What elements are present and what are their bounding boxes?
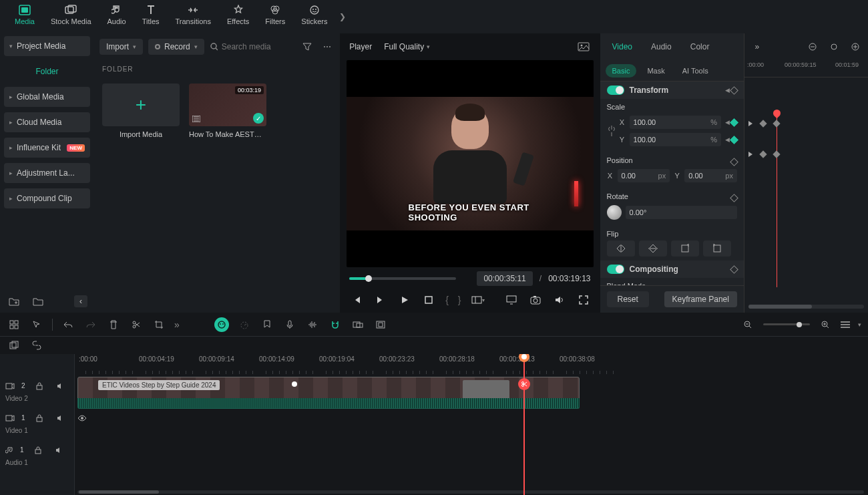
inspector-tab-video[interactable]: Video bbox=[606, 38, 639, 55]
keyframe-playhead[interactable] bbox=[777, 114, 777, 287]
nav-tab-media[interactable]: Media bbox=[7, 0, 43, 29]
more-icon[interactable]: ⋯ bbox=[320, 39, 335, 54]
zoom-in-button[interactable] bbox=[818, 317, 833, 332]
keyframe-marker[interactable] bbox=[759, 150, 767, 158]
timeline-scrollbar[interactable] bbox=[77, 490, 864, 494]
flip-horizontal-button[interactable] bbox=[607, 240, 635, 257]
keyframe-track[interactable] bbox=[744, 144, 868, 164]
track-header-audio1[interactable]: 1 Audio 1 bbox=[0, 438, 74, 470]
nav-tab-filters[interactable]: Filters bbox=[257, 0, 293, 29]
nav-tab-titles[interactable]: Titles bbox=[134, 0, 168, 29]
audio-waveform[interactable] bbox=[77, 398, 580, 409]
track-lane-video1[interactable] bbox=[75, 409, 868, 444]
scale-x-input[interactable]: 100.00% bbox=[630, 116, 721, 129]
zoom-slider[interactable] bbox=[763, 323, 810, 325]
mark-in-icon[interactable]: { bbox=[445, 295, 449, 305]
rotate-input[interactable]: 0.00° bbox=[626, 206, 737, 219]
keyframe-marker[interactable] bbox=[773, 120, 780, 127]
new-folder-icon[interactable] bbox=[7, 294, 21, 309]
inspector-subtab-ai[interactable]: AI Tools bbox=[676, 64, 715, 77]
mute-icon[interactable] bbox=[53, 411, 68, 426]
mark-out-icon[interactable]: } bbox=[458, 295, 461, 305]
sidebar-folder[interactable]: Folder bbox=[4, 61, 90, 81]
keyframe-diamond-icon[interactable] bbox=[730, 136, 738, 144]
inspector-subtab-basic[interactable]: Basic bbox=[606, 64, 637, 77]
kf-zoom-out-icon[interactable] bbox=[805, 39, 820, 54]
keyframe-diamond-icon[interactable] bbox=[730, 158, 738, 166]
keyframe-marker[interactable] bbox=[773, 150, 780, 158]
nav-tab-transitions[interactable]: Transitions bbox=[168, 0, 219, 29]
chevron-down-icon[interactable]: ▾ bbox=[858, 321, 861, 328]
display-button[interactable] bbox=[504, 293, 519, 307]
track-header-video2[interactable]: 2 Video 2 bbox=[0, 374, 74, 406]
inspector-tab-audio[interactable]: Audio bbox=[644, 38, 678, 55]
position-x-input[interactable]: 0.00px bbox=[618, 169, 670, 182]
scrollbar-thumb[interactable] bbox=[79, 490, 159, 494]
rotate-knob[interactable] bbox=[607, 205, 622, 220]
nav-tab-stock[interactable]: Stock Media bbox=[43, 0, 99, 29]
nav-tab-audio[interactable]: Audio bbox=[99, 0, 134, 29]
clip-region[interactable] bbox=[463, 380, 509, 400]
compositing-toggle[interactable] bbox=[607, 265, 624, 274]
crop-button[interactable] bbox=[152, 317, 166, 332]
timeline-ruler[interactable]: :00:0000:00:04:1900:00:09:1400:00:14:090… bbox=[75, 354, 868, 374]
timeline-options-icon[interactable] bbox=[841, 321, 850, 328]
record-dropdown[interactable]: Record ▾ bbox=[148, 39, 204, 55]
prev-frame-button[interactable] bbox=[349, 293, 364, 307]
folder-icon[interactable] bbox=[31, 294, 45, 309]
kf-play-icon[interactable] bbox=[748, 121, 752, 126]
track-lane-video2[interactable]: ETIC Videos Step by Step Guide 2024 bbox=[75, 374, 868, 409]
search-field[interactable] bbox=[210, 42, 294, 51]
import-media-card[interactable]: + Import Media bbox=[102, 84, 180, 138]
marker-button[interactable] bbox=[260, 317, 274, 332]
volume-button[interactable] bbox=[552, 293, 567, 307]
undo-button[interactable] bbox=[61, 317, 75, 332]
scrollbar-thumb[interactable] bbox=[748, 305, 812, 309]
reset-button[interactable]: Reset bbox=[607, 291, 649, 307]
voiceover-button[interactable] bbox=[282, 317, 297, 332]
kf-zoom-in-icon[interactable] bbox=[848, 39, 863, 54]
link-selection-icon[interactable] bbox=[29, 338, 44, 353]
camera-button[interactable] bbox=[528, 293, 543, 307]
timeline-playhead[interactable] bbox=[523, 354, 525, 495]
magnet-button[interactable] bbox=[328, 317, 343, 332]
track-header-video1[interactable]: 1 Video 1 bbox=[0, 406, 74, 438]
search-input[interactable] bbox=[222, 42, 294, 51]
collapse-kf-icon[interactable]: » bbox=[750, 39, 765, 54]
nav-tab-effects[interactable]: Effects bbox=[219, 0, 257, 29]
slider-thumb[interactable] bbox=[797, 322, 802, 327]
sidebar-adjustment-layer[interactable]: ▸ Adjustment La... bbox=[4, 163, 90, 183]
sidebar-compound-clip[interactable]: ▸ Compound Clip bbox=[4, 188, 90, 208]
fullscreen-button[interactable] bbox=[576, 293, 591, 307]
collapse-sidebar-button[interactable]: ‹ bbox=[74, 295, 87, 307]
redo-button[interactable] bbox=[83, 317, 98, 332]
keyframe-diamond-icon[interactable] bbox=[730, 118, 738, 127]
smart-cut-button[interactable] bbox=[214, 317, 229, 332]
media-clip-card[interactable]: 00:03:19 ✓ How To Make AESTHE... bbox=[189, 84, 266, 138]
keyframe-diamond-icon[interactable] bbox=[730, 86, 738, 95]
keyframe-diamond-icon[interactable] bbox=[730, 265, 738, 274]
stop-button[interactable] bbox=[421, 293, 436, 307]
grid-layout-icon[interactable] bbox=[7, 317, 21, 332]
nav-more-chevron[interactable]: ❯ bbox=[335, 12, 350, 21]
clip-keyframe-icon[interactable] bbox=[292, 381, 297, 387]
duplicate-track-icon[interactable] bbox=[7, 338, 21, 353]
inspector-subtab-mask[interactable]: Mask bbox=[640, 64, 671, 77]
mute-icon[interactable] bbox=[52, 443, 67, 458]
rotate-ccw-button[interactable] bbox=[703, 240, 731, 257]
sidebar-cloud-media[interactable]: ▸ Cloud Media bbox=[4, 112, 90, 132]
link-xy-icon[interactable] bbox=[607, 123, 616, 139]
cursor-icon[interactable] bbox=[29, 317, 44, 332]
sidebar-global-media[interactable]: ▸ Global Media bbox=[4, 87, 90, 107]
audio-track-button[interactable] bbox=[305, 317, 320, 332]
preview-canvas[interactable]: BEFORE YOU EVEN START SHOOTING bbox=[347, 60, 593, 267]
kf-zoom-fit-icon[interactable] bbox=[827, 39, 841, 54]
track-lane-audio1[interactable] bbox=[75, 444, 868, 465]
flip-vertical-button[interactable] bbox=[639, 240, 667, 257]
keyframe-ruler[interactable]: :00:00 00:00:59:15 00:01:59 bbox=[744, 60, 868, 77]
keyframe-marker[interactable] bbox=[759, 120, 767, 127]
keyframe-scrollbar[interactable] bbox=[748, 305, 864, 309]
rotate-cw-button[interactable] bbox=[671, 240, 699, 257]
scrubber-thumb[interactable] bbox=[365, 275, 372, 282]
keyframe-track[interactable] bbox=[744, 114, 868, 134]
